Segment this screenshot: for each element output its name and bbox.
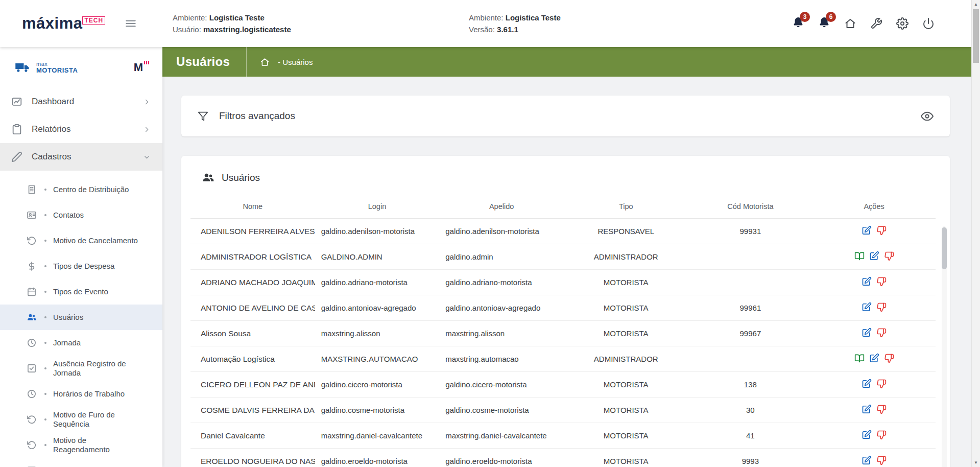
- bullet-dot: [44, 189, 46, 191]
- cell-nome: EROELDO NOGUEIRA DO NASCIMENTO: [190, 449, 315, 467]
- page-scrollbar-thumb[interactable]: [973, 9, 979, 63]
- edit-action-icon[interactable]: [862, 455, 872, 465]
- calendar-icon: [27, 287, 37, 297]
- page-scrollbar[interactable]: ▲ ▼: [971, 0, 980, 467]
- cell-login: galdino.adenilson-motorista: [315, 219, 440, 244]
- undo-icon: [27, 414, 37, 425]
- sidebar-item-motivo-de-reagendamento[interactable]: Motivo de Reagendamento: [0, 432, 162, 458]
- sidebar-item-motivo-de-furo-de-sequencia[interactable]: Motivo de Furo de Sequência: [0, 407, 162, 432]
- sidebar-item-tipos-de-evento[interactable]: Tipos de Evento: [0, 279, 162, 305]
- submenu-item-label: Jornada: [53, 338, 81, 347]
- users-table-body: ADENILSON FERREIRA ALVES galdino.adenils…: [190, 219, 936, 467]
- column-header: Ações: [812, 195, 936, 219]
- cell-tipo: MOTORISTA: [564, 295, 688, 321]
- cell-cod-motorista: 99967: [688, 321, 813, 346]
- breadcrumb-home-icon[interactable]: [260, 57, 270, 67]
- menu-toggle-icon[interactable]: [124, 17, 137, 30]
- deactivate-action-icon[interactable]: [876, 455, 887, 465]
- gear-icon[interactable]: [896, 17, 909, 30]
- edit-action-icon[interactable]: [862, 276, 872, 287]
- sidebar-item-relatorios[interactable]: Relatórios: [0, 115, 162, 143]
- column-header: Nome: [190, 195, 315, 219]
- map-action-icon[interactable]: [854, 353, 865, 363]
- user-line: Usuário: maxstring.logisticateste: [173, 25, 326, 34]
- edit-action-icon[interactable]: [862, 302, 872, 312]
- filter-icon: [198, 111, 208, 122]
- sidebar-item-jornada[interactable]: Jornada: [0, 330, 162, 356]
- sidebar-item-usuarios[interactable]: Usuários: [0, 305, 162, 330]
- cell-tipo: MOTORISTA: [564, 321, 688, 346]
- deactivate-action-icon[interactable]: [876, 225, 887, 236]
- edit-action-icon[interactable]: [869, 251, 879, 261]
- edit-action-icon[interactable]: [862, 328, 872, 338]
- deactivate-action-icon[interactable]: [876, 404, 887, 414]
- cell-cod-motorista: 99961: [688, 295, 813, 321]
- deactivate-action-icon[interactable]: [876, 302, 887, 312]
- cell-apelido: galdino.adriano-motorista: [439, 270, 564, 295]
- edit-action-icon[interactable]: [862, 225, 872, 236]
- sidebar-item-centro-de-distribuicao[interactable]: Centro de Distribuição: [0, 177, 162, 202]
- dollar-icon: [27, 261, 37, 271]
- table-row: Daniel Cavalcante maxstring.daniel-caval…: [190, 423, 936, 449]
- cell-acoes: [812, 321, 936, 346]
- page-header: Usuários - Usuários: [162, 47, 971, 77]
- edit-action-icon[interactable]: [862, 430, 872, 440]
- sidebar-item-visao-painel[interactable]: Visão Painel: [0, 458, 162, 467]
- cell-acoes: [812, 372, 936, 398]
- sidebar-item-motivo-de-cancelamento[interactable]: Motivo de Cancelamento: [0, 228, 162, 253]
- notifications-button-1[interactable]: 3: [792, 16, 804, 31]
- cell-apelido: galdino.admin: [439, 244, 564, 270]
- notifications-button-2[interactable]: 6: [818, 16, 830, 31]
- deactivate-action-icon[interactable]: [876, 379, 887, 389]
- edit-action-icon[interactable]: [862, 404, 872, 414]
- table-scrollbar[interactable]: [942, 226, 947, 467]
- sidebar-item-horarios-de-trabalho[interactable]: Horários de Trabalho: [0, 381, 162, 407]
- deactivate-action-icon[interactable]: [876, 430, 887, 440]
- wrench-icon[interactable]: [870, 17, 882, 30]
- advanced-filters-panel[interactable]: Filtros avançados: [181, 96, 950, 136]
- map-action-icon[interactable]: [854, 251, 865, 261]
- sidebar-menu: Dashboard Relatórios Cadastros: [0, 88, 162, 171]
- sidebar: max MOTORISTA M Dashboard Relatórios Cad…: [0, 47, 162, 467]
- eye-icon[interactable]: [921, 110, 934, 123]
- cell-apelido: galdino.antonioav-agregado: [439, 295, 564, 321]
- deactivate-action-icon[interactable]: [876, 276, 887, 287]
- topbar-actions: 3 6: [792, 16, 971, 31]
- submenu-item-label: Centro de Distribuição: [53, 185, 129, 194]
- cell-apelido: maxstring.automacao: [439, 346, 564, 372]
- cell-cod-motorista: [688, 346, 813, 372]
- cell-login: galdino.adriano-motorista: [315, 270, 440, 295]
- table-row: ANTONIO DE AVELINO DE CASTRO galdino.ant…: [190, 295, 936, 321]
- table-scrollbar-thumb[interactable]: [942, 227, 947, 269]
- cell-cod-motorista: 99931: [688, 219, 813, 244]
- bullet-dot: [44, 265, 46, 267]
- cell-login: galdino.eroeldo-motorista: [315, 449, 440, 467]
- cell-apelido: galdino.cicero-motorista: [439, 372, 564, 398]
- deactivate-action-icon[interactable]: [876, 328, 887, 338]
- sidebar-item-cadastros[interactable]: Cadastros: [0, 143, 162, 171]
- deactivate-action-icon[interactable]: [884, 251, 894, 261]
- menu-item-label: Cadastros: [32, 152, 71, 162]
- scroll-up-arrow[interactable]: ▲: [972, 0, 980, 9]
- deactivate-action-icon[interactable]: [884, 353, 894, 363]
- cell-nome: Daniel Cavalcante: [190, 423, 315, 449]
- users-card-title: Usuários: [222, 172, 260, 183]
- edit-action-icon[interactable]: [862, 379, 872, 389]
- cell-apelido: maxstring.alisson: [439, 321, 564, 346]
- cell-login: galdino.cicero-motorista: [315, 372, 440, 398]
- sidebar-item-contatos[interactable]: Contatos: [0, 202, 162, 228]
- sidebar-item-ausencia-registro-de-jornada[interactable]: Ausência Registro de Jornada: [0, 356, 162, 381]
- notification-badge: 6: [826, 12, 836, 22]
- cell-acoes: [812, 295, 936, 321]
- logout-icon[interactable]: [922, 17, 935, 30]
- submenu-item-label: Tipos de Despesa: [53, 262, 114, 271]
- scroll-down-arrow[interactable]: ▼: [972, 458, 980, 467]
- edit-action-icon[interactable]: [869, 353, 879, 363]
- sidebar-item-tipos-de-despesa[interactable]: Tipos de Despesa: [0, 253, 162, 279]
- cell-login: MAXSTRING.AUTOMACAO: [315, 346, 440, 372]
- table-row: ADRIANO MACHADO JOAQUIM galdino.adriano-…: [190, 270, 936, 295]
- table-row: ADMINISTRADOR LOGÍSTICA GALDINO.ADMIN ga…: [190, 244, 936, 270]
- cell-login: galdino.cosme-motorista: [315, 398, 440, 423]
- sidebar-item-dashboard[interactable]: Dashboard: [0, 88, 162, 115]
- home-icon[interactable]: [844, 17, 856, 30]
